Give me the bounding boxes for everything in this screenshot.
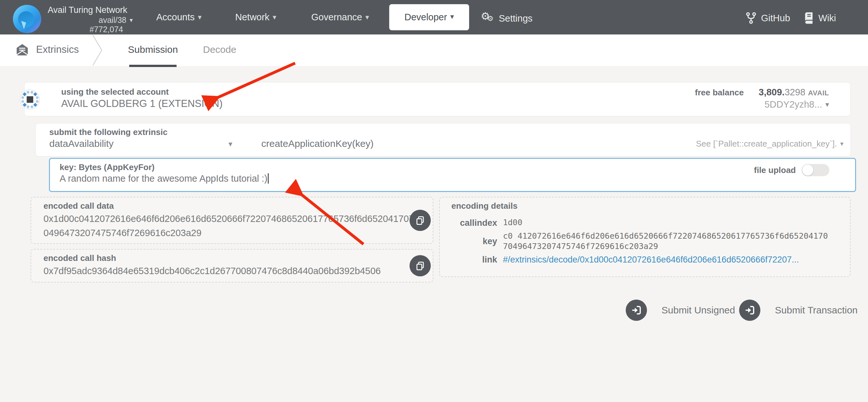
key-label: key	[452, 236, 503, 247]
tab-decode[interactable]: Decode	[203, 44, 236, 55]
key-row: key c0 412072616e646f6d206e616d6520666f7…	[452, 231, 850, 252]
text-cursor	[268, 173, 269, 184]
section-title: Extrinsics	[16, 43, 79, 56]
link-label: link	[452, 254, 503, 265]
copy-call-data-button[interactable]	[409, 210, 431, 231]
encoding-details-card: encoding details callindex 1d00 key c0 4…	[439, 197, 850, 277]
copy-icon	[415, 261, 425, 271]
callindex-value: 1d00	[503, 217, 522, 228]
free-balance-value: 3,809.3298 AVAIL	[759, 87, 829, 98]
key-input-field[interactable]: key: Bytes (AppKeyFor) A random name for…	[49, 158, 856, 192]
encoded-call-data-label: encoded call data	[43, 201, 114, 211]
copy-icon	[415, 216, 425, 225]
extrinsic-label: submit the following extrinsic	[49, 127, 167, 137]
chevron-down-icon: ▾	[826, 100, 829, 109]
key-input-label: key: Bytes (AppKeyFor)	[60, 162, 155, 172]
sign-in-icon	[739, 300, 761, 321]
account-address-dropdown[interactable]: 5DDY2yzh8...▾	[765, 99, 829, 110]
callindex-row: callindex 1d00	[452, 217, 850, 228]
file-upload-control: file upload	[754, 164, 829, 176]
wiki-link[interactable]: Wiki	[804, 12, 836, 24]
extrinsic-card: submit the following extrinsic dataAvail…	[35, 123, 851, 157]
chevron-down-icon: ▾	[129, 17, 133, 24]
free-balance-label: free balance	[695, 88, 744, 98]
sign-in-icon	[626, 300, 647, 321]
menu-accounts[interactable]: Accounts▾	[156, 12, 202, 23]
envelope-icon	[16, 43, 29, 56]
network-name: Avail Turing Network	[48, 5, 127, 15]
callindex-label: callindex	[452, 217, 503, 228]
account-identicon[interactable]	[20, 90, 40, 110]
chevron-down-icon: ▾	[273, 13, 276, 21]
extrinsics-page: Avail Turing Network avail/38▾ #772,074 …	[0, 0, 868, 402]
git-fork-icon	[746, 12, 756, 24]
chain-spec-selector[interactable]: avail/38▾	[48, 16, 133, 25]
toggle-knob	[802, 164, 813, 176]
gears-icon: ⚙⚙	[481, 12, 495, 25]
tab-submission[interactable]: Submission	[128, 44, 178, 55]
decode-link[interactable]: #/extrinsics/decode/0x1d00c0412072616e64…	[503, 254, 799, 265]
pallet-select[interactable]: dataAvailability	[49, 138, 114, 149]
copy-call-hash-button[interactable]	[409, 255, 431, 276]
encoded-call-data-card: encoded call data 0x1d00c0412072616e646f…	[31, 197, 433, 244]
account-label: using the selected account	[61, 87, 169, 97]
key-value: c0 412072616e646f6d206e616d6520666f72207…	[503, 231, 830, 252]
section-divider	[90, 34, 110, 66]
avail-logo-icon[interactable]	[13, 5, 41, 33]
menu-developer-active[interactable]: Developer▾	[389, 4, 469, 30]
submit-transaction-button[interactable]: Submit Transaction	[739, 300, 858, 321]
free-balance: free balance 3,809.3298 AVAIL	[695, 87, 829, 98]
call-doc-dropdown[interactable]: See [`Pallet::create_application_key`].▾	[696, 139, 843, 149]
encoding-details-title: encoding details	[452, 201, 850, 211]
block-number: #772,074	[48, 25, 123, 34]
encoded-call-data-value: 0x1d00c0412072616e646f6d206e616d6520666f…	[43, 212, 414, 240]
link-row: link #/extrinsics/decode/0x1d00c04120726…	[452, 254, 850, 265]
encoded-call-hash-label: encoded call hash	[43, 253, 116, 263]
key-input-value[interactable]: A random name for the awesome AppIds tut…	[60, 173, 269, 184]
file-upload-toggle[interactable]	[802, 164, 829, 176]
encoded-call-hash-value: 0x7df95adc9364d84e65319dcb406c2c1d267700…	[43, 264, 424, 278]
account-card: using the selected account AVAIL GOLDBER…	[24, 82, 850, 116]
chevron-down-icon: ▾	[450, 12, 454, 21]
account-name[interactable]: AVAIL GOLDBERG 1 (EXTENSION)	[61, 98, 223, 110]
menu-settings[interactable]: ⚙⚙ Settings	[481, 12, 533, 25]
chevron-down-icon: ▾	[365, 13, 369, 21]
chevron-down-icon: ▾	[840, 140, 843, 147]
tab-bar: Extrinsics Submission Decode	[0, 34, 868, 66]
encoded-call-hash-card: encoded call hash 0x7df95adc9364d84e6531…	[31, 249, 433, 282]
chevron-down-icon: ▾	[198, 13, 202, 21]
menu-network[interactable]: Network▾	[235, 12, 276, 23]
github-link[interactable]: GitHub	[746, 12, 790, 24]
chevron-down-icon[interactable]: ▾	[228, 140, 232, 149]
file-upload-label: file upload	[754, 165, 796, 175]
call-select[interactable]: createApplicationKey(key)	[261, 138, 374, 149]
book-icon	[804, 12, 814, 24]
menu-governance[interactable]: Governance▾	[311, 12, 369, 23]
submit-unsigned-button[interactable]: Submit Unsigned	[626, 300, 735, 321]
top-navbar: Avail Turing Network avail/38▾ #772,074 …	[0, 0, 868, 34]
